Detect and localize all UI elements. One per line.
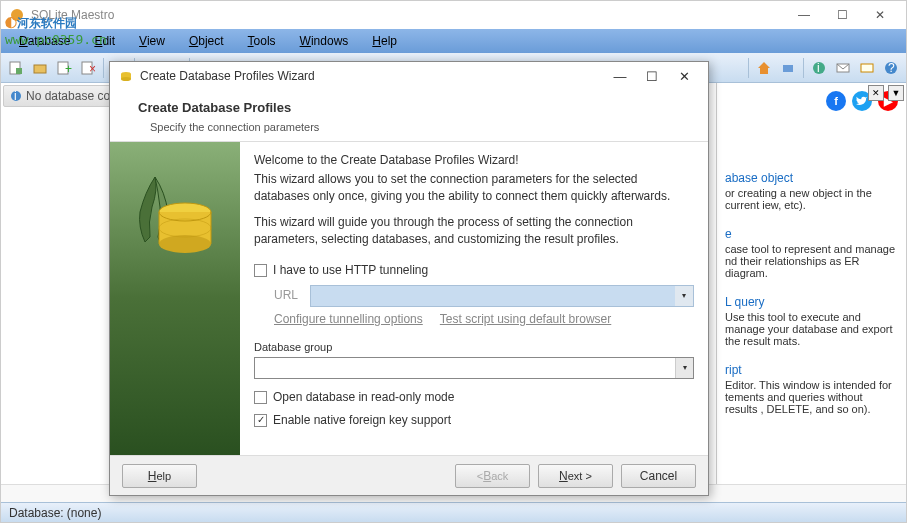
menu-windows[interactable]: Windows bbox=[290, 31, 359, 51]
dialog-sidebar-image bbox=[110, 142, 240, 455]
foreign-key-label: Enable native foreign key support bbox=[273, 412, 451, 429]
next-button[interactable]: Next > bbox=[538, 464, 613, 488]
foreign-key-checkbox[interactable] bbox=[254, 414, 267, 427]
dialog-header-sub: Specify the connection parameters bbox=[150, 121, 680, 133]
menu-tools[interactable]: Tools bbox=[238, 31, 286, 51]
url-input[interactable]: ▾ bbox=[310, 285, 694, 307]
tb-help-icon[interactable]: ? bbox=[880, 57, 902, 79]
dialog-maximize-button[interactable]: ☐ bbox=[636, 65, 668, 87]
svg-rect-3 bbox=[34, 65, 46, 73]
window-title: SQLite Maestro bbox=[31, 8, 786, 22]
tb-open-icon[interactable] bbox=[29, 57, 51, 79]
svg-text:×: × bbox=[89, 62, 96, 76]
menubar: Database Edit View Object Tools Windows … bbox=[1, 29, 906, 53]
database-icon bbox=[155, 202, 215, 257]
svg-point-26 bbox=[159, 235, 211, 253]
configure-tunnel-link[interactable]: Configure tunnelling options bbox=[274, 312, 423, 326]
menu-help[interactable]: Help bbox=[362, 31, 407, 51]
statusbar: Database: (none) bbox=[1, 502, 906, 522]
dialog-close-button[interactable]: ✕ bbox=[668, 65, 700, 87]
svg-text:i: i bbox=[817, 61, 820, 75]
tb-mail-icon[interactable] bbox=[832, 57, 854, 79]
tb-new-icon[interactable] bbox=[5, 57, 27, 79]
svg-rect-12 bbox=[783, 65, 793, 72]
dialog-header-title: Create Database Profiles bbox=[138, 100, 680, 115]
cancel-button[interactable]: Cancel bbox=[621, 464, 696, 488]
svg-rect-2 bbox=[16, 68, 22, 74]
minimize-button[interactable]: ― bbox=[786, 3, 822, 27]
readonly-checkbox[interactable] bbox=[254, 391, 267, 404]
tb-add-icon[interactable]: + bbox=[53, 57, 75, 79]
main-window: ◐河东软件园 www.pc0359.cn SQLite Maestro ― ☐ … bbox=[0, 0, 907, 523]
wizard-dialog: Create Database Profiles Wizard ― ☐ ✕ Cr… bbox=[109, 61, 709, 496]
readonly-label: Open database in read-only mode bbox=[273, 389, 454, 406]
svg-text:i: i bbox=[14, 90, 17, 102]
svg-point-0 bbox=[11, 9, 23, 21]
group-label: Database group bbox=[254, 340, 694, 355]
right-link-2[interactable]: L query bbox=[725, 295, 898, 309]
dialog-footer: Help < Back Next > Cancel bbox=[110, 455, 708, 495]
status-db-label: Database: bbox=[9, 506, 64, 520]
dialog-minimize-button[interactable]: ― bbox=[604, 65, 636, 87]
right-panel: ▼ ✕ f ▶ abase object or creating a new o… bbox=[716, 83, 906, 502]
right-desc-0: or creating a new object in the current … bbox=[725, 187, 898, 211]
right-desc-2: Use this tool to execute and manage your… bbox=[725, 311, 898, 347]
status-db-value: (none) bbox=[67, 506, 102, 520]
dialog-title-text: Create Database Profiles Wizard bbox=[140, 69, 604, 83]
welcome-text: Welcome to the Create Database Profiles … bbox=[254, 152, 694, 169]
tb-info-icon[interactable]: i bbox=[808, 57, 830, 79]
http-tunnel-label: I have to use HTTP tunneling bbox=[273, 262, 428, 279]
group-input[interactable]: ▾ bbox=[254, 357, 694, 379]
menu-database[interactable]: Database bbox=[9, 31, 80, 51]
panel-dropdown-icon[interactable]: ▼ bbox=[888, 85, 904, 101]
tb-cart-icon[interactable] bbox=[777, 57, 799, 79]
right-link-0[interactable]: abase object bbox=[725, 171, 898, 185]
group-dropdown-icon[interactable]: ▾ bbox=[675, 358, 693, 378]
svg-rect-16 bbox=[861, 64, 873, 72]
url-label: URL bbox=[274, 287, 304, 304]
svg-text:+: + bbox=[65, 62, 72, 76]
menu-edit[interactable]: Edit bbox=[84, 31, 125, 51]
help-button[interactable]: Help bbox=[122, 464, 197, 488]
right-desc-3: Editor. This window is intended for teme… bbox=[725, 379, 898, 415]
back-button[interactable]: < Back bbox=[455, 464, 530, 488]
desc1-text: This wizard allows you to set the connec… bbox=[254, 171, 694, 205]
close-button[interactable]: ✕ bbox=[862, 3, 898, 27]
titlebar: SQLite Maestro ― ☐ ✕ bbox=[1, 1, 906, 29]
app-icon bbox=[9, 7, 25, 23]
dialog-content: Welcome to the Create Database Profiles … bbox=[240, 142, 708, 455]
tb-mail2-icon[interactable] bbox=[856, 57, 878, 79]
right-link-1[interactable]: e bbox=[725, 227, 898, 241]
test-script-link[interactable]: Test script using default browser bbox=[440, 312, 611, 326]
dialog-titlebar: Create Database Profiles Wizard ― ☐ ✕ bbox=[110, 62, 708, 90]
menu-view[interactable]: View bbox=[129, 31, 175, 51]
group-input-field[interactable] bbox=[255, 358, 675, 378]
menu-object[interactable]: Object bbox=[179, 31, 234, 51]
tb-delete-icon[interactable]: × bbox=[77, 57, 99, 79]
dialog-icon bbox=[118, 68, 134, 84]
url-dropdown-icon[interactable]: ▾ bbox=[675, 286, 693, 306]
panel-close-icon[interactable]: ✕ bbox=[868, 85, 884, 101]
facebook-icon[interactable]: f bbox=[826, 91, 846, 111]
svg-text:?: ? bbox=[888, 61, 895, 75]
maximize-button[interactable]: ☐ bbox=[824, 3, 860, 27]
right-link-3[interactable]: ript bbox=[725, 363, 898, 377]
right-desc-1: case tool to represent and manage nd the… bbox=[725, 243, 898, 279]
desc2-text: This wizard will guide you through the p… bbox=[254, 214, 694, 248]
tb-home-icon[interactable] bbox=[753, 57, 775, 79]
http-tunnel-checkbox[interactable] bbox=[254, 264, 267, 277]
dialog-body: Welcome to the Create Database Profiles … bbox=[110, 142, 708, 455]
dialog-header: Create Database Profiles Specify the con… bbox=[110, 90, 708, 142]
svg-point-23 bbox=[121, 77, 131, 81]
